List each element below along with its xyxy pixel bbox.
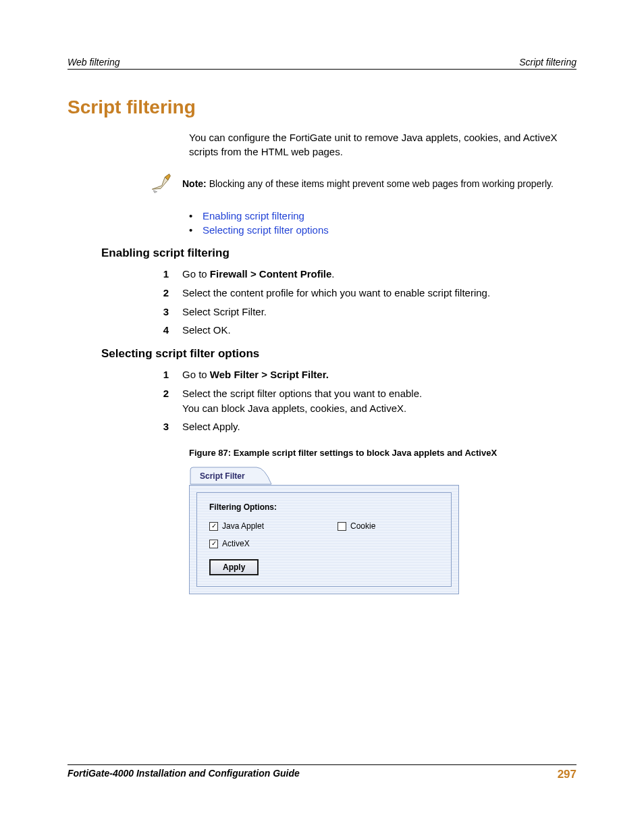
note-text: Note: Blocking any of these items might … <box>182 174 554 191</box>
step-number: 2 <box>149 286 169 301</box>
step-body: Go to Firewall > Content Profile. <box>182 267 576 282</box>
header-left: Web filtering <box>68 57 120 68</box>
step-number: 4 <box>149 323 169 338</box>
link-selecting-script-filter-options[interactable]: Selecting script filter options <box>203 224 329 236</box>
page-footer: FortiGate-4000 Installation and Configur… <box>68 764 576 781</box>
figure-screenshot: Script Filter Filtering Options: ✓ Java … <box>189 466 459 594</box>
checkbox-cookie[interactable] <box>338 522 346 531</box>
step-number: 3 <box>149 305 169 319</box>
step-text: Go to <box>182 268 210 280</box>
page-title: Script filtering <box>68 97 576 118</box>
step-text: Select the script filter options that yo… <box>182 386 576 401</box>
step-number: 3 <box>149 419 169 434</box>
step-body: Select Apply. <box>182 419 576 434</box>
note-label: Note: <box>182 178 207 189</box>
step-number: 2 <box>149 386 169 416</box>
checkbox-label: ActiveX <box>222 539 250 548</box>
step-bold: Firewall > Content Profile <box>210 268 331 280</box>
bullet-icon: • <box>189 210 193 221</box>
step-body: Select OK. <box>182 323 576 338</box>
checkbox-label: Cookie <box>350 521 375 531</box>
heading-selecting: Selecting script filter options <box>101 347 576 361</box>
checkbox-java-applet[interactable]: ✓ <box>209 522 218 531</box>
figure-caption: Figure 87: Example script filter setting… <box>189 448 576 458</box>
checkbox-activex[interactable]: ✓ <box>209 540 218 548</box>
step-text: . <box>331 268 334 280</box>
note-body: Blocking any of these items might preven… <box>207 178 554 189</box>
heading-enabling: Enabling script filtering <box>101 246 576 260</box>
check-icon: ✓ <box>211 540 217 547</box>
checkbox-label: Java Applet <box>222 521 264 531</box>
link-enabling-script-filtering[interactable]: Enabling script filtering <box>203 210 304 221</box>
step-body: Select the script filter options that yo… <box>182 386 576 416</box>
page-header: Web filtering Script filtering <box>68 57 576 70</box>
footer-guide-title: FortiGate-4000 Installation and Configur… <box>68 768 300 781</box>
page-number: 297 <box>558 768 576 781</box>
step-text: You can block Java applets, cookies, and… <box>182 401 576 416</box>
step-body: Select the content profile for which you… <box>182 286 576 301</box>
check-icon: ✓ <box>211 523 217 529</box>
step-bold: Web Filter > Script Filter. <box>210 369 329 380</box>
step-body: Select Script Filter. <box>182 305 576 319</box>
step-number: 1 <box>149 367 169 382</box>
intro-paragraph: You can configure the FortiGate unit to … <box>189 130 570 159</box>
step-number: 1 <box>149 267 169 282</box>
note-block: Note: Blocking any of these items might … <box>149 174 570 197</box>
step-body: Go to Web Filter > Script Filter. <box>182 367 576 382</box>
note-icon <box>149 172 173 197</box>
header-right: Script filtering <box>519 57 576 68</box>
tab-script-filter[interactable]: Script Filter <box>193 467 252 494</box>
step-text: Go to <box>182 369 210 380</box>
bullet-icon: • <box>189 224 193 236</box>
toc-links: • Enabling script filtering • Selecting … <box>189 210 576 236</box>
apply-button[interactable]: Apply <box>209 559 259 575</box>
group-label: Filtering Options: <box>209 502 439 512</box>
